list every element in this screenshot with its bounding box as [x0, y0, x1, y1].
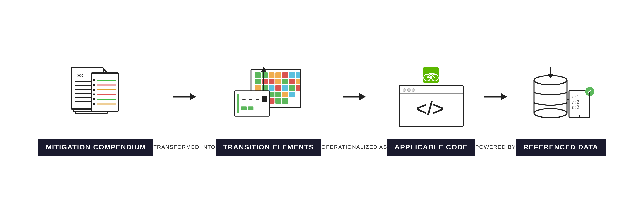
mitigation-label-area: MITIGATION COMPENDIUM	[38, 138, 153, 157]
svg-point-90	[534, 109, 567, 118]
step-applicable: </> APPLICABLE CODE	[387, 64, 475, 157]
svg-rect-46	[296, 85, 300, 90]
connector-1-text: TRANSFORMED INTO	[153, 144, 216, 150]
step-mitigation: ipcc	[38, 64, 153, 157]
arrow-2-icon	[342, 88, 366, 105]
svg-point-21	[93, 103, 95, 105]
connector-2: OPERATIONALIZED AS	[322, 64, 387, 157]
database-icon: x:1 y:2 z:3 ✓	[526, 66, 596, 128]
svg-rect-58	[234, 91, 270, 116]
svg-rect-41	[262, 85, 268, 90]
applicable-label-area: APPLICABLE CODE	[387, 138, 475, 157]
transition-label-area: TRANSITION ELEMENTS	[216, 138, 322, 157]
svg-point-19	[93, 98, 95, 100]
svg-text:y:2: y:2	[571, 99, 580, 105]
svg-rect-56	[275, 98, 281, 103]
svg-point-80	[403, 89, 406, 92]
svg-marker-69	[359, 93, 366, 100]
svg-rect-50	[275, 92, 281, 97]
arrow-3-area	[483, 64, 508, 130]
connector-3-label-area: POWERED BY	[475, 138, 516, 157]
svg-rect-64	[241, 106, 247, 110]
mitigation-label: MITIGATION COMPENDIUM	[38, 139, 153, 156]
connector-2-label-area: OPERATIONALIZED AS	[322, 138, 387, 157]
svg-rect-28	[268, 72, 274, 77]
svg-rect-32	[296, 72, 300, 77]
diagram-container: ipcc	[0, 55, 644, 165]
svg-rect-65	[248, 106, 254, 110]
svg-rect-36	[275, 79, 281, 84]
connector-3: POWERED BY	[475, 64, 516, 157]
document-stack-icon: ipcc	[69, 67, 123, 127]
connector-3-text: POWERED BY	[475, 144, 516, 150]
svg-rect-34	[262, 79, 268, 84]
code-window-icon: </>	[398, 66, 464, 128]
svg-point-15	[93, 89, 95, 91]
svg-rect-45	[289, 85, 295, 90]
referenced-label-area: REFERENCED DATA	[516, 138, 606, 157]
svg-point-81	[408, 89, 410, 92]
step-referenced: x:1 y:2 z:3 ✓ REFERENCED DATA	[516, 64, 606, 157]
svg-rect-38	[289, 79, 295, 84]
svg-rect-59	[237, 94, 239, 113]
svg-rect-37	[282, 79, 288, 84]
svg-text:ipcc: ipcc	[75, 73, 84, 77]
step-transition: → → → TRANSITION ELEMENTS	[216, 64, 322, 157]
applicable-label: APPLICABLE CODE	[387, 139, 475, 156]
svg-rect-33	[255, 79, 261, 84]
svg-rect-31	[289, 72, 295, 77]
svg-rect-27	[262, 72, 268, 77]
svg-rect-63	[262, 96, 267, 102]
svg-point-17	[93, 93, 95, 95]
svg-text:→: →	[241, 96, 247, 102]
svg-rect-40	[255, 85, 261, 90]
connector-2-text: OPERATIONALIZED AS	[322, 144, 387, 150]
svg-rect-52	[289, 92, 295, 97]
svg-rect-10	[92, 73, 118, 111]
svg-text:</>: </>	[416, 98, 444, 119]
svg-point-82	[412, 89, 415, 92]
transition-label: TRANSITION ELEMENTS	[216, 139, 322, 156]
arrow-1-icon	[172, 88, 197, 105]
svg-rect-42	[268, 85, 274, 90]
grid-spreadsheet-icon: → → →	[234, 64, 304, 130]
referenced-icon-area: x:1 y:2 z:3 ✓	[526, 64, 596, 130]
svg-point-13	[93, 84, 95, 86]
svg-marker-86	[501, 93, 507, 100]
svg-rect-43	[275, 85, 281, 90]
arrow-3-icon	[483, 88, 508, 105]
svg-rect-57	[282, 98, 288, 103]
referenced-label: REFERENCED DATA	[516, 139, 606, 156]
svg-rect-26	[255, 72, 261, 77]
svg-rect-39	[296, 79, 300, 84]
svg-rect-30	[282, 72, 288, 77]
svg-text:x:1: x:1	[571, 94, 580, 99]
svg-line-77	[434, 74, 435, 75]
mitigation-icon-area: ipcc	[61, 64, 131, 130]
arrow-2-area	[342, 64, 366, 130]
connector-1-label-area: TRANSFORMED INTO	[153, 138, 216, 157]
svg-text:z:3: z:3	[571, 105, 580, 110]
svg-text:→: →	[255, 96, 260, 102]
svg-marker-24	[190, 93, 196, 100]
arrow-1-area	[172, 64, 197, 130]
svg-rect-44	[282, 85, 288, 90]
svg-point-11	[93, 79, 95, 81]
connector-1: TRANSFORMED INTO	[153, 64, 216, 157]
svg-rect-29	[275, 72, 281, 77]
applicable-icon-area: </>	[396, 64, 466, 130]
svg-rect-35	[268, 79, 274, 84]
transition-icon-area: → → →	[234, 64, 304, 130]
svg-rect-51	[282, 92, 288, 97]
svg-text:→: →	[248, 96, 254, 102]
